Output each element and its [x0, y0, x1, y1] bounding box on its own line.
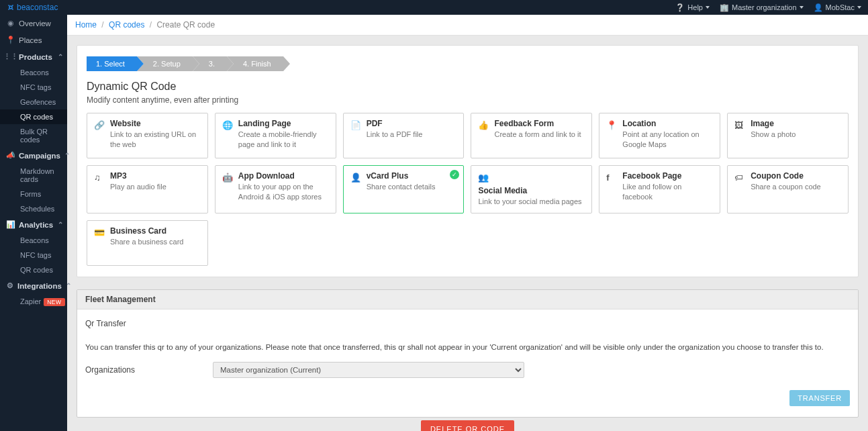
org-select[interactable]: Master organization (Current): [213, 362, 524, 378]
products-icon: ⋮⋮: [7, 52, 15, 61]
building-icon: 🏢: [720, 3, 729, 12]
card-website[interactable]: 🔗WebsiteLink to an existing URL on the w…: [87, 113, 208, 158]
card-pdf[interactable]: 📄PDFLink to a PDF file: [343, 113, 465, 158]
qr-type-panel: 1. Select 2. Setup 3. 4. Finish Dynamic …: [77, 45, 859, 277]
brand-logo[interactable]: beaconstac: [7, 3, 58, 12]
stepper: 1. Select 2. Setup 3. 4. Finish: [84, 56, 851, 71]
chevron-up-icon: ⌃: [64, 152, 70, 159]
dashboard-icon: ◉: [7, 19, 15, 28]
main-content: Home / QR codes / Create QR code 1. Sele…: [67, 15, 868, 431]
breadcrumb-home[interactable]: Home: [75, 20, 97, 30]
sidebar-analytics-qr[interactable]: QR codes: [0, 262, 67, 277]
chevron-down-icon: [706, 6, 710, 9]
sidebar-analytics-nfc[interactable]: NFC tags: [0, 248, 67, 262]
sidebar-nfc[interactable]: NFC tags: [0, 80, 67, 95]
link-icon: 🔗: [94, 119, 105, 132]
check-icon: ✓: [450, 170, 459, 179]
sidebar-geofences[interactable]: Geofences: [0, 95, 67, 109]
sidebar-beacons[interactable]: Beacons: [0, 65, 67, 80]
thumbs-up-icon: 👍: [478, 119, 489, 132]
fleet-subtitle: Qr Transfer: [85, 319, 850, 328]
facebook-icon: f: [606, 171, 617, 185]
card-coupon[interactable]: 🏷Coupon CodeShare a coupon code: [727, 165, 849, 213]
step-setup[interactable]: 2. Setup: [137, 56, 193, 71]
topbar: beaconstac ❔Help 🏢Master organization 👤M…: [0, 0, 868, 15]
card-feedback[interactable]: 👍Feedback FormCreate a form and link to …: [471, 113, 592, 158]
fleet-panel: Fleet Management Qr Transfer You can tra…: [77, 289, 859, 418]
card-bizcard[interactable]: 💳Business CardShare a business card: [87, 220, 208, 266]
card-social[interactable]: 👥 Social MediaLink to your social media …: [471, 165, 592, 213]
gear-icon: ⚙: [7, 281, 13, 290]
sidebar-schedules[interactable]: Schedules: [0, 201, 67, 216]
android-icon: 🤖: [222, 171, 233, 185]
pin-icon: 📍: [7, 36, 15, 44]
step-finish[interactable]: 4. Finish: [227, 56, 283, 71]
new-badge: NEW: [44, 298, 64, 306]
sidebar-zapier[interactable]: ZapierNEW: [0, 294, 67, 309]
chevron-up-icon: ⌃: [66, 282, 71, 289]
help-menu[interactable]: ❔Help: [675, 3, 710, 12]
chart-icon: 📊: [7, 220, 15, 229]
sidebar-qr-codes[interactable]: QR codes: [0, 109, 67, 124]
sidebar-analytics-beacons[interactable]: Beacons: [0, 233, 67, 248]
file-icon: 📄: [350, 119, 361, 132]
sidebar-markdown[interactable]: Markdown cards: [0, 164, 67, 187]
help-icon: ❔: [675, 3, 685, 12]
section-title: Dynamic QR Code: [84, 81, 851, 93]
sidebar: ◉Overview 📍Places ⋮⋮Products⌃ Beacons NF…: [0, 15, 67, 431]
fleet-header: Fleet Management: [77, 290, 858, 309]
user-menu[interactable]: 👤MobStac: [814, 3, 861, 12]
card-facebook[interactable]: fFacebook PageLike and follow on faceboo…: [599, 165, 720, 213]
sidebar-places[interactable]: 📍Places: [0, 32, 67, 48]
logo-icon: [7, 3, 15, 11]
sidebar-analytics[interactable]: 📊Analytics⌃: [0, 216, 67, 233]
chevron-down-icon: [800, 6, 804, 9]
breadcrumb: Home / QR codes / Create QR code: [67, 15, 868, 36]
card-app[interactable]: 🤖App DownloadLink to your app on the And…: [215, 165, 336, 213]
card-location[interactable]: 📍LocationPoint at any location on Google…: [599, 113, 720, 158]
pin-icon: 📍: [606, 119, 617, 132]
transfer-button[interactable]: TRANSFER: [789, 390, 850, 406]
user-icon: 👤: [814, 3, 823, 12]
sidebar-products[interactable]: ⋮⋮Products⌃: [0, 48, 67, 65]
sidebar-integrations[interactable]: ⚙Integrations⌃: [0, 277, 67, 294]
delete-button[interactable]: DELETE QR CODE: [421, 420, 514, 431]
sidebar-campaigns[interactable]: 📣Campaigns⌃: [0, 147, 67, 164]
people-icon: 👥: [478, 171, 489, 185]
org-menu[interactable]: 🏢Master organization: [720, 3, 804, 12]
breadcrumb-current: Create QR code: [156, 20, 215, 30]
megaphone-icon: 📣: [7, 151, 15, 160]
fleet-note: You can transfer this qr to any of your …: [85, 343, 850, 351]
chevron-up-icon: ⌃: [58, 221, 63, 228]
card-mp3[interactable]: ♫MP3Play an audio file: [87, 165, 208, 213]
card-vcard[interactable]: ✓ 👤vCard PlusShare contact details: [343, 165, 465, 213]
globe-icon: 🌐: [222, 119, 233, 132]
person-icon: 👤: [350, 171, 361, 185]
svg-point-0: [9, 6, 12, 9]
card-image[interactable]: 🖼ImageShow a photo: [727, 113, 849, 158]
sidebar-forms[interactable]: Forms: [0, 187, 67, 201]
chevron-down-icon: [857, 6, 861, 9]
step-select[interactable]: 1. Select: [87, 56, 137, 71]
tag-icon: 🏷: [734, 171, 745, 185]
music-icon: ♫: [94, 171, 105, 185]
image-icon: 🖼: [734, 119, 745, 132]
card-icon: 💳: [94, 226, 105, 240]
card-landing[interactable]: 🌐Landing PageCreate a mobile-friendly pa…: [215, 113, 336, 158]
sidebar-bulk-qr[interactable]: Bulk QR codes: [0, 124, 67, 147]
section-desc: Modify content anytime, even after print…: [84, 93, 851, 113]
sidebar-overview[interactable]: ◉Overview: [0, 15, 67, 32]
org-label: Organizations: [85, 365, 213, 375]
breadcrumb-qr[interactable]: QR codes: [109, 20, 144, 30]
chevron-up-icon: ⌃: [58, 53, 63, 60]
